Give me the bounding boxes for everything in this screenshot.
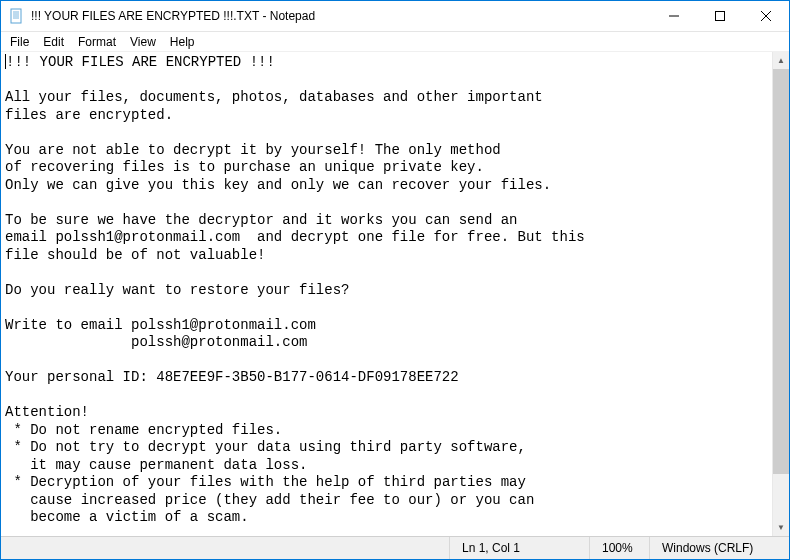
titlebar: !!! YOUR FILES ARE ENCRYPTED !!!.TXT - N… bbox=[1, 1, 789, 32]
scroll-up-icon[interactable]: ▲ bbox=[773, 52, 789, 69]
text-editor[interactable]: !!! YOUR FILES ARE ENCRYPTED !!! All you… bbox=[1, 52, 789, 536]
scrollbar-thumb[interactable] bbox=[773, 69, 789, 474]
notepad-window: !!! YOUR FILES ARE ENCRYPTED !!!.TXT - N… bbox=[0, 0, 790, 560]
menu-view[interactable]: View bbox=[123, 34, 163, 50]
maximize-button[interactable] bbox=[697, 1, 743, 31]
scrollbar-track[interactable] bbox=[773, 69, 789, 519]
minimize-button[interactable] bbox=[651, 1, 697, 31]
notepad-icon bbox=[9, 8, 25, 24]
status-encoding: Windows (CRLF) bbox=[649, 537, 789, 559]
editor-container: !!! YOUR FILES ARE ENCRYPTED !!! All you… bbox=[1, 52, 789, 536]
statusbar: Ln 1, Col 1 100% Windows (CRLF) bbox=[1, 536, 789, 559]
menubar: File Edit Format View Help bbox=[1, 32, 789, 52]
menu-help[interactable]: Help bbox=[163, 34, 202, 50]
vertical-scrollbar[interactable]: ▲ ▼ bbox=[772, 52, 789, 536]
window-title: !!! YOUR FILES ARE ENCRYPTED !!!.TXT - N… bbox=[31, 9, 651, 23]
menu-edit[interactable]: Edit bbox=[36, 34, 71, 50]
status-zoom: 100% bbox=[589, 537, 649, 559]
menu-file[interactable]: File bbox=[3, 34, 36, 50]
window-controls bbox=[651, 1, 789, 31]
scroll-down-icon[interactable]: ▼ bbox=[773, 519, 789, 536]
close-button[interactable] bbox=[743, 1, 789, 31]
svg-rect-6 bbox=[716, 12, 725, 21]
editor-content: !!! YOUR FILES ARE ENCRYPTED !!! All you… bbox=[5, 54, 585, 525]
menu-format[interactable]: Format bbox=[71, 34, 123, 50]
status-position: Ln 1, Col 1 bbox=[449, 537, 589, 559]
